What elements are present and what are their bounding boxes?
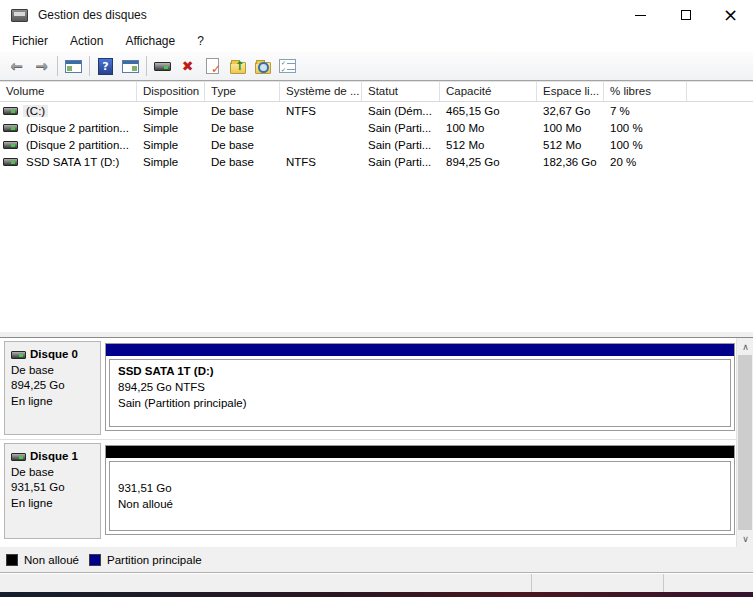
delete-icon	[182, 58, 194, 74]
disk-0-info-box[interactable]: Disque 0 De base 894,25 Go En ligne	[4, 341, 101, 435]
column-header-systeme[interactable]: Système de ...	[280, 82, 362, 101]
disk-1-info-box[interactable]: Disque 1 De base 931,51 Go En ligne	[4, 443, 101, 539]
toolbar	[0, 52, 753, 81]
column-header-capacite[interactable]: Capacité	[440, 82, 537, 101]
capacite-cell: 465,15 Go	[440, 105, 537, 117]
disk-0-partition-bar[interactable]: SSD SATA 1T (D:) 894,25 Go NTFS Sain (Pa…	[105, 343, 735, 431]
status-bar	[0, 573, 753, 592]
toolbar-separator	[57, 56, 58, 76]
disk-management-window: Gestion des disques Fichier Action Affic…	[0, 0, 753, 597]
espace-libre-cell: 512 Mo	[537, 139, 604, 151]
volume-cell: SSD SATA 1T (D:)	[0, 156, 137, 168]
volume-cell: (Disque 2 partition...	[0, 139, 137, 151]
desktop-edge-strip	[0, 592, 753, 597]
legend-item-primary-partition: Partition principale	[89, 554, 202, 566]
disk-row-1: Disque 1 De base 931,51 Go En ligne 931,…	[0, 439, 736, 542]
table-row[interactable]: SSD SATA 1T (D:) Simple De base NTFS Sai…	[0, 153, 753, 170]
open-folder-button[interactable]	[225, 54, 250, 78]
type-cell: De base	[205, 105, 280, 117]
volume-name: (C:)	[23, 105, 48, 117]
action-pane-icon	[122, 60, 139, 73]
forward-button[interactable]	[29, 54, 54, 78]
toolbar-separator	[146, 56, 147, 76]
show-console-tree-button[interactable]	[61, 54, 86, 78]
partition-type-stripe	[106, 446, 734, 458]
volume-cell: (C:)	[0, 105, 137, 117]
menu-fichier[interactable]: Fichier	[1, 31, 59, 51]
disk-name: Disque 1	[30, 449, 78, 465]
legend-label: Partition principale	[107, 554, 202, 566]
volume-icon	[3, 124, 18, 132]
minimize-button[interactable]	[618, 0, 663, 30]
disk-size: 931,51 Go	[11, 480, 94, 496]
maximize-button[interactable]	[663, 0, 708, 30]
volume-icon	[3, 107, 18, 115]
primary-partition-swatch	[89, 554, 101, 566]
close-button[interactable]	[708, 0, 753, 30]
legend-bar: Non alloué Partition principale	[0, 547, 753, 573]
status-cell	[0, 574, 532, 592]
rescan-disks-button[interactable]	[150, 54, 175, 78]
explore-folder-button[interactable]	[250, 54, 275, 78]
title-bar: Gestion des disques	[0, 0, 753, 30]
disk-icon	[11, 351, 26, 359]
legend-label: Non alloué	[24, 554, 79, 566]
table-row[interactable]: (C:) Simple De base NTFS Sain (Dém... 46…	[0, 102, 753, 119]
back-icon	[10, 57, 23, 75]
column-header-statut[interactable]: Statut	[362, 82, 440, 101]
espace-libre-cell: 100 Mo	[537, 122, 604, 134]
scrollbar-thumb[interactable]	[738, 355, 752, 530]
column-header-type[interactable]: Type	[205, 82, 280, 101]
volume-name: (Disque 2 partition...	[23, 122, 132, 134]
volume-name: SSD SATA 1T (D:)	[23, 156, 122, 168]
legend-item-unallocated: Non alloué	[6, 554, 79, 566]
scroll-up-icon[interactable]	[737, 338, 753, 355]
table-row[interactable]: (Disque 2 partition... Simple De base Sa…	[0, 136, 753, 153]
delete-volume-button[interactable]	[175, 54, 200, 78]
pct-libres-cell: 100 %	[604, 122, 687, 134]
menu-action[interactable]: Action	[59, 31, 114, 51]
disk-1-title: Disque 1	[11, 449, 94, 465]
disk-1-unallocated-bar[interactable]: 931,51 Go Non alloué	[105, 445, 735, 535]
menu-affichage[interactable]: Affichage	[114, 31, 186, 51]
show-action-pane-button[interactable]	[118, 54, 143, 78]
disposition-cell: Simple	[137, 122, 205, 134]
scroll-down-icon[interactable]	[737, 530, 753, 547]
close-icon	[723, 6, 738, 24]
status-cell	[664, 574, 753, 592]
capacite-cell: 894,25 Go	[440, 156, 537, 168]
window-title: Gestion des disques	[38, 8, 147, 22]
menu-bar: Fichier Action Affichage ?	[0, 30, 753, 52]
column-header-volume[interactable]: Volume	[0, 82, 137, 101]
disk-row-0: Disque 0 De base 894,25 Go En ligne SSD …	[0, 338, 736, 438]
volume-icon	[3, 158, 18, 166]
menu-help[interactable]: ?	[186, 31, 215, 51]
help-button[interactable]	[93, 54, 118, 78]
column-header-disposition[interactable]: Disposition	[137, 82, 205, 101]
espace-libre-cell: 182,36 Go	[537, 156, 604, 168]
partition-size: 894,25 Go NTFS	[118, 379, 722, 395]
column-header-pct-libres[interactable]: % libres	[604, 82, 687, 101]
column-header-espace-libre[interactable]: Espace li...	[537, 82, 604, 101]
console-tree-icon	[65, 60, 82, 73]
disk-name: Disque 0	[30, 347, 78, 363]
vertical-scrollbar[interactable]	[736, 338, 753, 547]
partition-status: Sain (Partition principale)	[118, 395, 722, 411]
capacite-cell: 512 Mo	[440, 139, 537, 151]
volume-icon	[3, 141, 18, 149]
back-button[interactable]	[4, 54, 29, 78]
properties-button[interactable]	[275, 54, 300, 78]
table-row[interactable]: (Disque 2 partition... Simple De base Sa…	[0, 119, 753, 136]
mark-partition-button[interactable]	[200, 54, 225, 78]
statut-cell: Sain (Parti...	[362, 122, 440, 134]
statut-cell: Sain (Parti...	[362, 156, 440, 168]
pct-libres-cell: 100 %	[604, 139, 687, 151]
properties-icon	[279, 59, 296, 73]
type-cell: De base	[205, 156, 280, 168]
column-header-filler	[687, 82, 753, 101]
pct-libres-cell: 20 %	[604, 156, 687, 168]
window-controls	[618, 0, 753, 30]
graphical-view: Disque 0 De base 894,25 Go En ligne SSD …	[0, 338, 753, 547]
forward-icon	[35, 57, 48, 75]
filesystem-cell: NTFS	[280, 105, 362, 117]
